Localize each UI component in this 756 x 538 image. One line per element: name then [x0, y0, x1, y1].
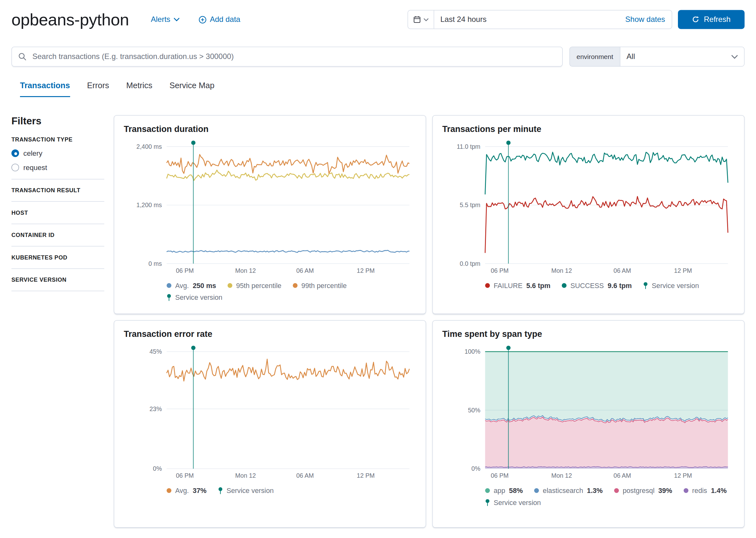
svg-text:06 AM: 06 AM [296, 267, 314, 274]
legend-item-95th-percentile[interactable]: 95th percentile [228, 282, 281, 289]
legend-dot-icon [534, 488, 539, 493]
legend-dot-icon [167, 283, 171, 288]
legend-label: postgresql [623, 487, 655, 495]
environment-value: All [626, 52, 635, 61]
legend-label: 99th percentile [302, 282, 347, 289]
legend-dot-icon [614, 488, 619, 493]
tab-errors[interactable]: Errors [87, 81, 109, 97]
filters-heading: Filters [11, 115, 104, 127]
legend-value: 250 ms [193, 282, 216, 289]
chevron-down-icon [731, 55, 738, 59]
apm-service-page: opbeans-python Alerts Add data Last 24 h… [0, 0, 756, 538]
add-data-label: Add data [210, 15, 240, 24]
legend-dot-icon [562, 283, 566, 288]
radio-option-celery[interactable]: celery [11, 149, 104, 157]
refresh-icon [692, 16, 700, 24]
svg-text:06 AM: 06 AM [613, 267, 631, 274]
date-range-value[interactable]: Last 24 hours [434, 15, 625, 24]
legend-label: Service version [652, 282, 699, 289]
legend-item-avg-[interactable]: Avg.250 ms [167, 282, 216, 289]
svg-text:11.0 tpm: 11.0 tpm [457, 143, 480, 150]
legend-item-service-version[interactable]: Service version [485, 499, 541, 506]
legend-item-postgresql[interactable]: postgresql39% [614, 487, 672, 495]
environment-select[interactable]: All [620, 47, 745, 67]
plus-circle-icon [198, 16, 206, 24]
search-input[interactable] [31, 52, 556, 62]
calendar-icon [413, 16, 421, 24]
chart-title: Transactions per minute [442, 124, 735, 134]
svg-text:Mon 12: Mon 12 [235, 472, 256, 479]
date-picker-calendar-button[interactable] [408, 11, 435, 28]
legend-item-app[interactable]: app58% [485, 487, 523, 495]
radio-option-request[interactable]: request [11, 163, 104, 172]
svg-text:2,400 ms: 2,400 ms [137, 143, 162, 150]
filter-section-label: HOST [11, 209, 104, 216]
legend-item-service-version[interactable]: Service version [218, 487, 274, 495]
tab-metrics[interactable]: Metrics [126, 81, 152, 97]
main-content: Filters TRANSACTION TYPE celery request … [0, 115, 756, 528]
filter-section-kubernetes-pod: KUBERNETES POD [11, 254, 104, 261]
refresh-label: Refresh [704, 15, 730, 24]
svg-text:Mon 12: Mon 12 [551, 472, 572, 479]
legend-item-elasticsearch[interactable]: elasticsearch1.3% [534, 487, 603, 495]
divider [11, 179, 104, 180]
add-data-button[interactable]: Add data [198, 15, 240, 24]
legend-dot-icon [485, 283, 490, 288]
radio-request-label: request [24, 163, 47, 172]
legend-dot-icon [228, 283, 232, 288]
legend-label: Service version [494, 499, 541, 506]
chart-title: Time spent by span type [442, 329, 735, 340]
show-dates-button[interactable]: Show dates [625, 15, 671, 24]
pin-marker-icon [167, 294, 171, 301]
svg-text:12 PM: 12 PM [674, 472, 692, 479]
legend-item-service-version[interactable]: Service version [167, 294, 222, 301]
svg-text:06 PM: 06 PM [176, 472, 194, 479]
tab-transactions[interactable]: Transactions [20, 81, 70, 97]
legend-label: app [494, 487, 505, 495]
legend-item-99th-percentile[interactable]: 99th percentile [293, 282, 347, 289]
legend-label: SUCCESS [570, 282, 604, 289]
environment-filter: environment All [569, 47, 745, 67]
legend-row: Avg.250 ms95th percentile99th percentile [167, 282, 416, 289]
panel-transaction-error-rate: Transaction error rate 45%23%0%06 PMMon … [114, 320, 426, 528]
filter-section-transaction-result: TRANSACTION RESULT [11, 187, 104, 194]
legend-item-service-version[interactable]: Service version [643, 282, 699, 289]
filter-section-host: HOST [11, 209, 104, 216]
filter-section-label: CONTAINER ID [11, 232, 104, 239]
date-picker: Last 24 hours Show dates [408, 10, 672, 29]
alerts-dropdown[interactable]: Alerts [151, 15, 179, 24]
header-controls: Last 24 hours Show dates Refresh [408, 10, 745, 29]
tab-service-map[interactable]: Service Map [169, 81, 214, 97]
legend-item-success[interactable]: SUCCESS9.6 tpm [562, 282, 632, 289]
legend-item-redis[interactable]: redis1.4% [684, 487, 727, 495]
search-box [11, 47, 563, 67]
pin-marker-icon [218, 487, 223, 494]
svg-text:100%: 100% [465, 348, 481, 355]
filter-section-service-version: SERVICE VERSION [11, 277, 104, 283]
legend-item-failure[interactable]: FAILURE5.6 tpm [485, 282, 551, 289]
transactions-per-minute-chart[interactable]: 11.0 tpm5.5 tpm0.0 tpm06 PMMon 1206 AM12… [442, 139, 735, 275]
divider [11, 291, 104, 292]
legend-label: FAILURE [494, 282, 523, 289]
panel-transaction-duration: Transaction duration 2,400 ms1,200 ms0 m… [114, 115, 426, 314]
filter-section-label: KUBERNETES POD [11, 254, 104, 261]
svg-text:45%: 45% [149, 348, 162, 355]
divider [11, 246, 104, 247]
radio-request[interactable] [11, 163, 19, 171]
legend-value: 1.4% [711, 487, 727, 495]
radio-celery[interactable] [11, 149, 19, 157]
time-spent-by-span-type-svg: 100%50%0%06 PMMon 1206 AM12 PM [442, 344, 735, 480]
refresh-button[interactable]: Refresh [678, 10, 745, 29]
legend-dot-icon [485, 488, 490, 493]
legend-item-avg-[interactable]: Avg.37% [167, 487, 206, 495]
svg-text:Mon 12: Mon 12 [551, 267, 572, 274]
transaction-error-rate-chart[interactable]: 45%23%0%06 PMMon 1206 AM12 PM [124, 344, 416, 480]
legend-value: 37% [193, 487, 206, 495]
panel-time-spent-by-span-type: Time spent by span type 100%50%0%06 PMMo… [432, 320, 745, 528]
svg-text:06 PM: 06 PM [491, 472, 508, 479]
svg-text:0.0 tpm: 0.0 tpm [460, 260, 480, 267]
transaction-duration-chart[interactable]: 2,400 ms1,200 ms0 ms06 PMMon 1206 AM12 P… [124, 139, 416, 275]
filter-section-label: TRANSACTION RESULT [11, 187, 104, 194]
time-spent-by-span-type-chart[interactable]: 100%50%0%06 PMMon 1206 AM12 PM [442, 344, 735, 480]
chevron-down-icon [424, 18, 429, 21]
